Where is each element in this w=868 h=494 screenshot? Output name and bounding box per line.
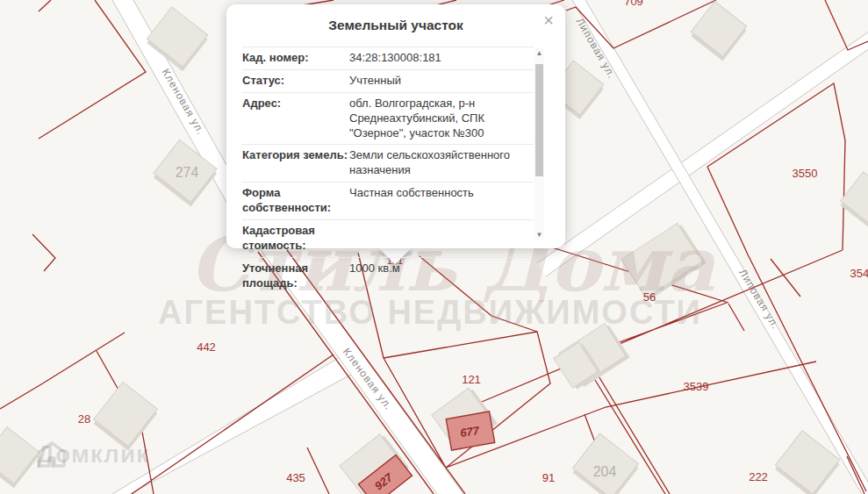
attribute-value: Учтенный (349, 74, 534, 89)
street-east-west (537, 32, 868, 276)
popup-scrollbar[interactable]: ▲ ▼ (534, 48, 544, 240)
attribute-label: Статус: (242, 74, 349, 89)
attribute-row: Категория земель:Земли сельскохозяйствен… (242, 144, 534, 182)
close-icon[interactable]: × (540, 8, 557, 32)
attribute-row: Кадастровая стоимость: (242, 219, 534, 257)
attribute-value: 1000 кв.м (349, 261, 534, 291)
attribute-label: Кад. номер: (242, 51, 349, 66)
scroll-up-icon[interactable]: ▲ (534, 48, 544, 58)
popup-title: Земельный участок (226, 4, 565, 33)
scrollbar-thumb[interactable] (535, 64, 543, 176)
attribute-value: обл. Волгоградская, р-н Среднеахтубински… (349, 97, 534, 141)
attribute-label: Адрес: (242, 97, 349, 141)
parcel-attributes: Кад. номер:34:28:130008:181Статус:Учтенн… (242, 47, 534, 295)
attribute-row: Кад. номер:34:28:130008:181 (242, 47, 534, 69)
attribute-label: Кадастровая стоимость: (242, 224, 349, 254)
attribute-value: Земли сельскохозяйственного назначения (349, 148, 534, 178)
cadastral-map[interactable]: Кленовая ул.Кленовая ул.Липовая ул.Липов… (0, 0, 868, 494)
attribute-row: Адрес:обл. Волгоградская, р-н Среднеахту… (242, 92, 534, 145)
attribute-label: Категория земель: (242, 148, 349, 178)
attribute-row: Уточненная площадь:1000 кв.м (242, 257, 534, 295)
attribute-row: Форма собственности:Частная собственност… (242, 182, 534, 219)
attribute-label: Уточненная площадь: (242, 261, 349, 291)
attribute-label: Форма собственности: (242, 186, 349, 216)
parcel-info-popup: × Земельный участок Кад. номер:34:28:130… (226, 4, 565, 248)
attribute-value: 34:28:130008:181 (349, 51, 534, 66)
attribute-value: Частная собственность (349, 186, 534, 216)
attribute-value (349, 224, 534, 254)
attribute-row: Статус:Учтенный (242, 69, 534, 92)
scroll-down-icon[interactable]: ▼ (534, 230, 544, 240)
